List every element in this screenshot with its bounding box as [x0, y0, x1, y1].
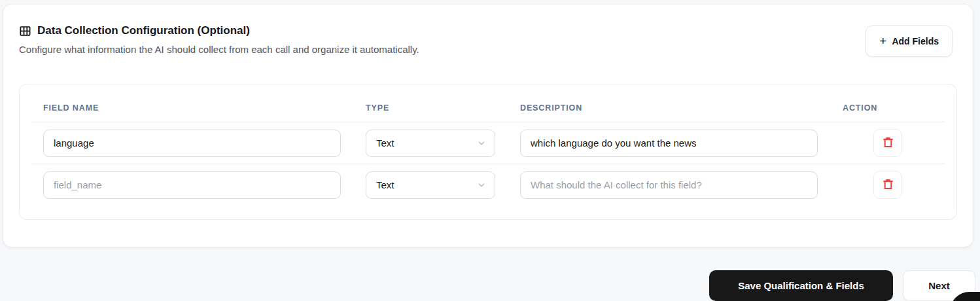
column-header-field-name: FIELD NAME — [43, 103, 341, 113]
chevron-down-icon — [477, 139, 486, 148]
description-input[interactable] — [520, 130, 818, 157]
data-collection-card: Data Collection Configuration (Optional)… — [3, 4, 973, 247]
column-header-description: DESCRIPTION — [520, 103, 818, 113]
section-header: Data Collection Configuration (Optional)… — [19, 24, 842, 55]
save-qualification-fields-button[interactable]: Save Qualification & Fields — [709, 270, 893, 301]
description-input[interactable] — [520, 171, 818, 199]
page-subtitle: Configure what information the AI should… — [19, 44, 842, 55]
plus-icon: + — [879, 35, 886, 47]
trash-icon — [881, 177, 895, 193]
action-cell — [843, 171, 933, 199]
column-header-type: TYPE — [366, 103, 495, 113]
table-grid-icon — [19, 25, 31, 37]
field-name-input[interactable] — [43, 130, 341, 157]
add-fields-button[interactable]: + Add Fields — [866, 26, 953, 57]
delete-row-button[interactable] — [873, 129, 902, 157]
table-row: Text — [20, 164, 956, 205]
type-select-value: Text — [376, 137, 394, 149]
column-header-action: ACTION — [843, 103, 933, 113]
table-header-row: FIELD NAME TYPE DESCRIPTION ACTION — [20, 84, 956, 122]
fields-table: FIELD NAME TYPE DESCRIPTION ACTION Text — [19, 84, 957, 220]
type-select[interactable]: Text — [366, 130, 495, 157]
type-select-value: Text — [376, 179, 394, 190]
table-row: Text — [20, 122, 956, 164]
type-select[interactable]: Text — [366, 171, 495, 199]
field-name-input[interactable] — [43, 171, 341, 199]
add-fields-label: Add Fields — [892, 36, 939, 46]
delete-row-button[interactable] — [873, 171, 902, 199]
page-title: Data Collection Configuration (Optional) — [19, 24, 842, 37]
chevron-down-icon — [477, 181, 486, 190]
trash-icon — [881, 135, 895, 151]
page-title-text: Data Collection Configuration (Optional) — [37, 24, 250, 37]
action-cell — [843, 129, 933, 157]
